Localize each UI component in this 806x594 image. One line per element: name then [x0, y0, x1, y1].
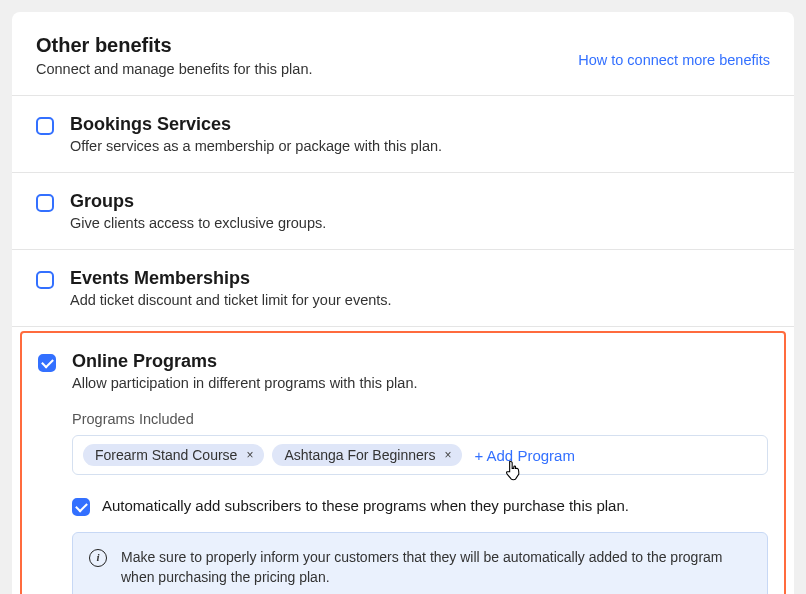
remove-chip-icon[interactable]: ×: [441, 448, 454, 462]
groups-content: Groups Give clients access to exclusive …: [70, 191, 770, 231]
auto-add-label: Automatically add subscribers to these p…: [102, 497, 629, 514]
page-title: Other benefits: [36, 34, 312, 57]
bookings-title: Bookings Services: [70, 114, 770, 135]
bookings-checkbox[interactable]: [36, 117, 54, 135]
benefit-item-events: Events Memberships Add ticket discount a…: [12, 250, 794, 327]
info-text: Make sure to properly inform your custom…: [121, 547, 751, 588]
groups-checkbox[interactable]: [36, 194, 54, 212]
programs-title: Online Programs: [72, 351, 768, 372]
chip-label: Ashtanga For Beginners: [284, 447, 435, 463]
groups-desc: Give clients access to exclusive groups.: [70, 215, 770, 231]
header-text-group: Other benefits Connect and manage benefi…: [36, 34, 312, 77]
benefits-card: Other benefits Connect and manage benefi…: [12, 12, 794, 594]
info-icon: i: [89, 549, 107, 567]
program-chip: Forearm Stand Course ×: [83, 444, 264, 466]
events-title: Events Memberships: [70, 268, 770, 289]
add-program-button[interactable]: + Add Program: [470, 447, 574, 464]
bookings-content: Bookings Services Offer services as a me…: [70, 114, 770, 154]
card-header: Other benefits Connect and manage benefi…: [12, 12, 794, 96]
program-chip: Ashtanga For Beginners ×: [272, 444, 462, 466]
benefit-item-bookings: Bookings Services Offer services as a me…: [12, 96, 794, 173]
benefit-item-groups: Groups Give clients access to exclusive …: [12, 173, 794, 250]
programs-included-label: Programs Included: [72, 411, 768, 427]
programs-checkbox[interactable]: [38, 354, 56, 372]
groups-title: Groups: [70, 191, 770, 212]
programs-input-row[interactable]: Forearm Stand Course × Ashtanga For Begi…: [72, 435, 768, 475]
auto-add-row: Automatically add subscribers to these p…: [72, 495, 768, 516]
remove-chip-icon[interactable]: ×: [243, 448, 256, 462]
bookings-desc: Offer services as a membership or packag…: [70, 138, 770, 154]
page-subtitle: Connect and manage benefits for this pla…: [36, 61, 312, 77]
events-checkbox[interactable]: [36, 271, 54, 289]
events-desc: Add ticket discount and ticket limit for…: [70, 292, 770, 308]
programs-desc: Allow participation in different program…: [72, 375, 768, 391]
info-notice: i Make sure to properly inform your cust…: [72, 532, 768, 594]
chip-label: Forearm Stand Course: [95, 447, 237, 463]
programs-nested-section: Programs Included Forearm Stand Course ×…: [72, 411, 768, 594]
connect-more-benefits-link[interactable]: How to connect more benefits: [578, 52, 770, 68]
benefit-item-programs: Online Programs Allow participation in d…: [38, 347, 768, 405]
auto-add-checkbox[interactable]: [72, 498, 90, 516]
events-content: Events Memberships Add ticket discount a…: [70, 268, 770, 308]
programs-content: Online Programs Allow participation in d…: [72, 351, 768, 391]
online-programs-highlight: Online Programs Allow participation in d…: [20, 331, 786, 594]
